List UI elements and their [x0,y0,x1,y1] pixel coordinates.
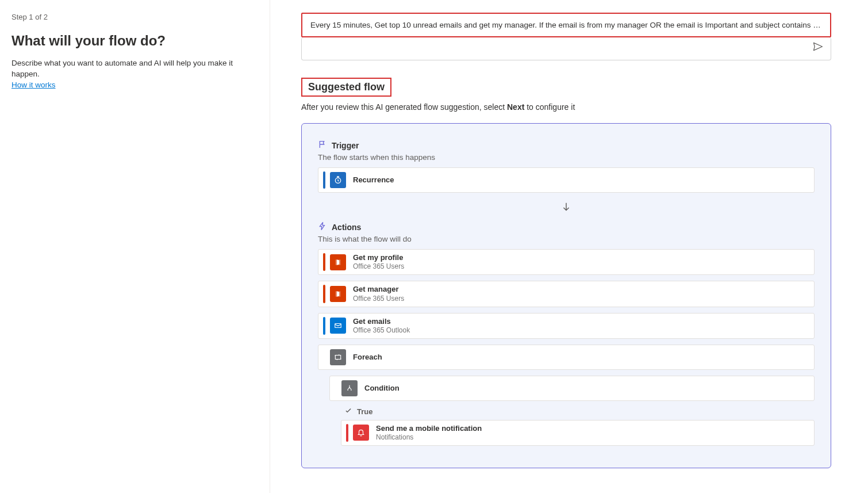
loop-icon [330,349,346,365]
action-card-get-my-profile[interactable]: Get my profile Office 365 Users [318,249,815,275]
prompt-wrapper: Every 15 minutes, Get top 10 unread emai… [301,13,831,60]
actions-stack: Get my profile Office 365 Users Get mana… [318,249,815,446]
suggested-sub-post: to configure it [524,102,575,112]
action-card-get-manager[interactable]: Get manager Office 365 Users [318,281,815,307]
flag-icon [318,140,327,151]
trigger-title: Trigger [332,141,359,150]
card-subtitle: Office 365 Outlook [353,326,410,335]
card-title: Send me a mobile notification [376,424,482,433]
action-card-get-emails[interactable]: Get emails Office 365 Outlook [318,313,815,339]
branch-icon [341,380,358,396]
desc-text: Describe what you want to automate and A… [11,59,233,78]
prompt-container [301,37,831,60]
card-title: Get manager [353,285,404,294]
action-card-send-notification[interactable]: Send me a mobile notification Notificati… [341,420,815,446]
card-title: Condition [364,384,400,393]
page-title: What will your flow do? [11,33,258,49]
step-indicator: Step 1 of 2 [11,13,258,21]
card-title: Foreach [353,353,382,362]
card-subtitle: Office 365 Users [353,262,404,271]
arrow-down-icon [318,194,815,221]
trigger-header: Trigger [318,140,815,151]
card-title: Recurrence [353,175,394,185]
clock-icon [330,172,346,188]
office-icon [330,286,346,302]
check-icon [344,407,352,416]
action-card-foreach[interactable]: Foreach [318,345,815,370]
card-title: Get my profile [353,253,404,262]
svg-rect-4 [335,355,340,359]
office-icon [330,254,346,270]
suggested-sub-pre: After you review this AI generated flow … [301,102,507,112]
flow-canvas: Trigger The flow starts when this happen… [301,123,831,468]
trigger-sub: The flow starts when this happens [318,153,815,162]
suggested-sub-bold: Next [507,102,524,112]
send-row [302,37,831,60]
suggested-section: Suggested flow After you review this AI … [301,78,831,112]
how-it-works-link[interactable]: How it works [11,81,56,89]
bolt-icon [318,221,327,232]
card-subtitle: Notifications [376,433,482,442]
trigger-card-recurrence[interactable]: Recurrence [318,167,815,193]
actions-sub: This is what the flow will do [318,235,815,243]
bell-icon [353,425,369,441]
send-icon[interactable] [812,41,824,54]
prompt-input[interactable]: Every 15 minutes, Get top 10 unread emai… [301,13,831,37]
true-text: True [357,407,372,416]
card-title: Get emails [353,317,410,326]
actions-header: Actions [318,221,815,232]
left-panel: Step 1 of 2 What will your flow do? Desc… [0,0,270,493]
action-card-condition[interactable]: Condition [329,376,815,401]
right-panel: Every 15 minutes, Get top 10 unread emai… [270,0,868,493]
outlook-icon [330,318,346,334]
card-subtitle: Office 365 Users [353,295,404,303]
suggested-heading: Suggested flow [301,78,391,97]
page-description: Describe what you want to automate and A… [11,58,258,91]
suggested-subtitle: After you review this AI generated flow … [301,102,831,112]
actions-title: Actions [332,223,361,232]
condition-true-label: True [344,407,815,416]
